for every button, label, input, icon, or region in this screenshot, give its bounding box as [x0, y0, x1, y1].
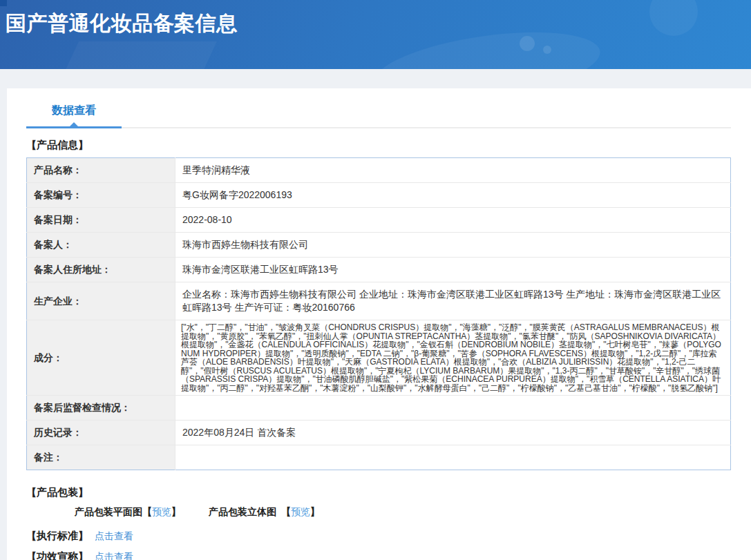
packaging-stereo-label: 产品包装立体图: [209, 506, 276, 517]
exec-standard-row: 【执行标准】点击查看: [26, 530, 731, 543]
table-row-remark: 备注：: [27, 445, 731, 470]
table-row-record-number: 备案编号： 粤G妆网备字2022006193: [27, 183, 731, 208]
bracket: 】: [171, 506, 181, 517]
row-label: 备案人住所地址：: [27, 258, 175, 282]
table-row-manufacturer: 生产企业： 企业名称：珠海市西婷生物科技有限公司 企业地址：珠海市金湾区联港工业…: [27, 282, 731, 320]
section-title-product-info: 【产品信息】: [26, 139, 731, 152]
row-label: 备案人：: [27, 233, 175, 258]
row-value: 珠海市西婷生物科技有限公司: [175, 233, 731, 258]
table-row-registrant-address: 备案人住所地址： 珠海市金湾区联港工业区虹晖路13号: [27, 258, 731, 282]
section-title-exec-standard: 【执行标准】: [26, 530, 88, 541]
row-label: 备注：: [27, 445, 175, 470]
row-value: 珠海市金湾区联港工业区虹晖路13号: [175, 258, 731, 282]
bracket: 】: [310, 506, 320, 517]
banner-decoration-circle: [649, 0, 698, 36]
tab-active-underline: [26, 126, 122, 128]
row-label: 备案后监督检查情况：: [27, 396, 175, 421]
table-row-supervision: 备案后监督检查情况：: [27, 396, 731, 421]
table-row-ingredients: 成分： ["水"，"丁二醇"，"甘油"，"皱波角叉菜（CHONDRUS CRIS…: [27, 320, 731, 396]
row-label: 成分：: [27, 320, 175, 396]
row-label: 备案编号：: [27, 183, 175, 208]
efficacy-claim-row: 【功效宣称】点击查看: [26, 550, 731, 560]
row-label: 历史记录：: [27, 421, 175, 445]
row-value: [175, 396, 731, 421]
row-value: 里季特润精华液: [175, 158, 731, 183]
packaging-flat-label: 产品包装平面图: [75, 506, 142, 517]
product-info-table: 产品名称： 里季特润精华液 备案编号： 粤G妆网备字2022006193 备案日…: [26, 157, 731, 470]
banner-corner-notch: [0, 0, 7, 6]
content-card: 数据查看 【产品信息】 产品名称： 里季特润精华液 备案编号： 粤G妆网备字20…: [7, 88, 751, 560]
page-title: 国产普通化妆品备案信息: [6, 10, 238, 37]
efficacy-view-link[interactable]: 点击查看: [95, 551, 133, 560]
tab-active-triangle-icon: [70, 122, 78, 126]
exec-standard-view-link[interactable]: 点击查看: [95, 530, 133, 541]
packaging-stereo-preview-link[interactable]: 预览: [291, 506, 310, 517]
tab-data-view[interactable]: 数据查看: [26, 104, 122, 127]
banner-decoration-circle: [520, 36, 535, 51]
packaging-flat-preview-link[interactable]: 预览: [152, 506, 171, 517]
banner-decoration-circle: [543, 46, 551, 54]
row-value: 企业名称：珠海市西婷生物科技有限公司 企业地址：珠海市金湾区联港工业区虹晖路13…: [175, 282, 731, 320]
bracket: 【: [281, 506, 291, 517]
bracket: 【: [142, 506, 152, 517]
row-value: ["水"，"丁二醇"，"甘油"，"皱波角叉菜（CHONDRUS CRISPUS）…: [175, 320, 731, 396]
table-row-record-date: 备案日期： 2022-08-10: [27, 208, 731, 233]
row-value: [175, 445, 731, 470]
section-title-packaging: 【产品包装】: [26, 486, 731, 499]
row-value: 2022-08-10: [175, 208, 731, 233]
banner-decoration-band: [59, 41, 217, 69]
row-label: 生产企业：: [27, 282, 175, 320]
table-row-product-name: 产品名称： 里季特润精华液: [27, 158, 731, 183]
table-row-history: 历史记录： 2022年08月24日 首次备案: [27, 421, 731, 445]
table-row-registrant: 备案人： 珠海市西婷生物科技有限公司: [27, 233, 731, 258]
page-banner: 国产普通化妆品备案信息: [0, 0, 751, 69]
tab-data-view-label: 数据查看: [52, 104, 96, 116]
row-value: 粤G妆网备字2022006193: [175, 183, 731, 208]
row-label: 产品名称：: [27, 158, 175, 183]
row-label: 备案日期：: [27, 208, 175, 233]
banner-decoration-blob: [370, 20, 604, 69]
section-title-efficacy: 【功效宣称】: [26, 550, 88, 560]
packaging-preview-row: 产品包装平面图【预览】产品包装立体图【预览】: [75, 506, 731, 519]
row-value: 2022年08月24日 首次备案: [175, 421, 731, 445]
tab-bar: 数据查看: [26, 88, 731, 128]
